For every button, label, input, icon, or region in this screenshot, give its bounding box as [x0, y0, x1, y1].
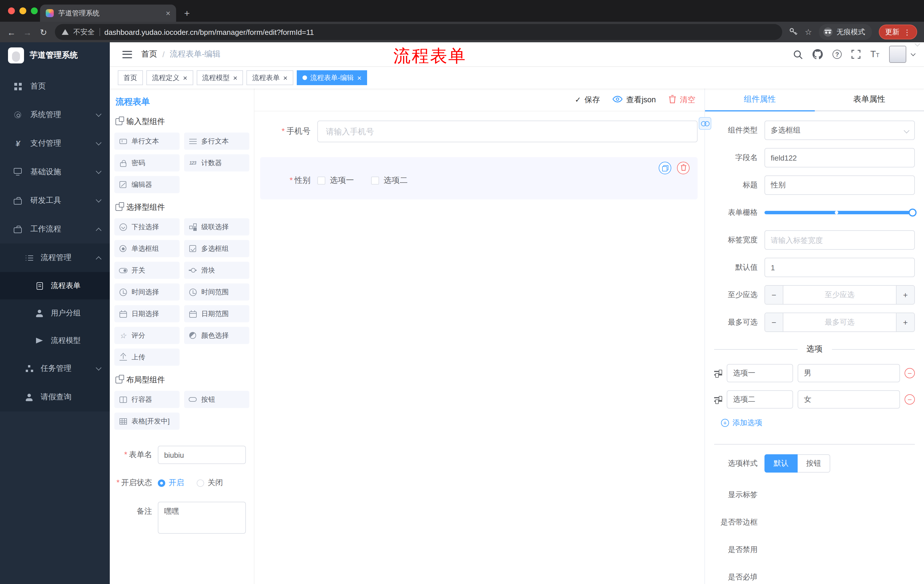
tag-process-form[interactable]: 流程表单 — [246, 70, 293, 85]
component-button[interactable]: 按钮 — [184, 391, 249, 408]
back-button[interactable] — [7, 28, 16, 36]
component-checkbox-group[interactable]: 多选框组 — [184, 240, 249, 257]
forward-button[interactable] — [23, 28, 32, 36]
remark-textarea[interactable]: 嘿嘿 — [158, 502, 246, 534]
tag-process-form-edit[interactable]: 流程表单-编辑 — [297, 70, 367, 85]
component-counter[interactable]: 计数器 — [184, 154, 249, 171]
new-tab-button[interactable] — [184, 8, 190, 18]
component-table[interactable]: 表格[开发中] — [114, 413, 180, 430]
clear-button[interactable]: 清空 — [668, 95, 695, 105]
slider-track[interactable] — [764, 211, 915, 214]
component-time-picker[interactable]: 时间选择 — [114, 283, 180, 301]
component-single-line-text[interactable]: 单行文本 — [114, 133, 180, 150]
github-icon[interactable] — [812, 49, 823, 59]
option2-label-input[interactable] — [727, 390, 793, 409]
component-type-value[interactable] — [764, 120, 915, 140]
close-icon[interactable] — [357, 74, 361, 81]
style-default-button[interactable]: 默认 — [764, 454, 798, 472]
component-switch[interactable]: 开关 — [114, 262, 180, 279]
component-cascader[interactable]: 级联选择 — [184, 218, 249, 235]
component-slider[interactable]: 滑块 — [184, 262, 249, 279]
close-icon[interactable] — [183, 74, 187, 81]
hamburger-menu-icon[interactable] — [122, 51, 132, 58]
bookmark-star-icon[interactable] — [805, 28, 812, 36]
add-option-button[interactable]: 添加选项 — [721, 418, 915, 428]
tab-form-properties[interactable]: 表单属性 — [815, 89, 924, 110]
minimize-window-button[interactable] — [20, 7, 26, 14]
address-bar[interactable]: 不安全 dashboard.yudao.iocoder.cn/bpm/manag… — [55, 24, 782, 40]
tab-component-properties[interactable]: 组件属性 — [705, 89, 815, 110]
decrease-button[interactable] — [765, 286, 783, 304]
remove-option-button[interactable] — [904, 394, 915, 405]
help-icon[interactable] — [833, 50, 842, 59]
sidebar-item-user-group[interactable]: 用户分组 — [0, 299, 110, 327]
component-upload[interactable]: 上传 — [114, 349, 180, 366]
option2-value-input[interactable] — [798, 390, 900, 409]
slider-handle[interactable] — [909, 209, 917, 217]
close-icon[interactable] — [283, 74, 287, 81]
drag-handle-icon[interactable] — [714, 370, 722, 377]
min-select-placeholder[interactable]: 至少应选 — [783, 286, 896, 304]
close-window-button[interactable] — [8, 7, 15, 14]
component-dropdown-select[interactable]: 下拉选择 — [114, 218, 180, 235]
browser-update-button[interactable]: 更新 — [879, 25, 917, 39]
form-grid-slider[interactable] — [764, 203, 915, 222]
label-width-input[interactable] — [764, 230, 915, 250]
drag-handle-icon[interactable] — [714, 396, 722, 403]
form-name-input[interactable] — [158, 446, 246, 464]
fullscreen-icon[interactable] — [851, 50, 861, 59]
close-icon[interactable] — [233, 74, 237, 81]
status-on-radio[interactable]: 开启 — [158, 478, 184, 488]
component-password[interactable]: 密码 — [114, 154, 180, 171]
sidebar-item-task-management[interactable]: 任务管理 — [0, 354, 110, 383]
decrease-button[interactable] — [765, 313, 783, 331]
tab-close-icon[interactable] — [166, 9, 170, 17]
phone-field[interactable]: 手机号 — [260, 120, 698, 142]
font-size-icon[interactable]: TT — [870, 50, 879, 59]
increase-button[interactable] — [896, 313, 914, 331]
component-rate[interactable]: 评分 — [114, 327, 180, 344]
component-radio-group[interactable]: 单选框组 — [114, 240, 180, 257]
option1-label-input[interactable] — [727, 364, 793, 382]
copy-widget-button[interactable] — [659, 162, 671, 174]
component-editor[interactable]: 编辑器 — [114, 176, 180, 193]
reload-button[interactable] — [39, 28, 48, 36]
gender-option2-checkbox[interactable]: 选项二 — [371, 175, 408, 186]
panel-link-handle[interactable] — [699, 117, 711, 130]
sidebar-item-payment-management[interactable]: 支付管理 — [0, 129, 110, 158]
sidebar-item-infrastructure[interactable]: 基础设施 — [0, 158, 110, 186]
field-name-input[interactable] — [764, 148, 915, 168]
title-input[interactable] — [764, 175, 915, 195]
default-value-input[interactable] — [764, 258, 915, 277]
sidebar-item-workflow[interactable]: 工作流程 — [0, 215, 110, 243]
status-off-radio[interactable]: 关闭 — [197, 478, 223, 488]
component-time-range[interactable]: 时间范围 — [184, 283, 249, 301]
max-select-placeholder[interactable]: 最多可选 — [783, 313, 896, 331]
avatar[interactable] — [889, 46, 906, 63]
sidebar-item-process-management[interactable]: 流程管理 — [0, 243, 110, 272]
increase-button[interactable] — [896, 286, 914, 304]
sidebar-item-dev-tools[interactable]: 研发工具 — [0, 186, 110, 215]
view-json-button[interactable]: 查看json — [612, 95, 656, 105]
tag-process-model[interactable]: 流程模型 — [196, 70, 243, 85]
search-icon[interactable] — [793, 49, 803, 59]
remove-option-button[interactable] — [904, 368, 915, 378]
gender-widget-selected[interactable]: 性别 选项一 选项二 — [260, 157, 698, 199]
gender-option1-checkbox[interactable]: 选项一 — [317, 175, 354, 186]
component-date-picker[interactable]: 日期选择 — [114, 305, 180, 322]
sidebar-item-system-management[interactable]: 系统管理 — [0, 100, 110, 129]
option1-value-input[interactable] — [798, 364, 900, 382]
delete-widget-button[interactable] — [677, 162, 690, 174]
component-type-select[interactable] — [764, 120, 915, 140]
checkbox-icon[interactable] — [317, 176, 325, 184]
browser-menu-icon[interactable] — [903, 28, 911, 36]
phone-input[interactable] — [317, 120, 698, 142]
password-key-icon[interactable] — [789, 27, 798, 37]
browser-tab[interactable]: 芋道管理系统 — [40, 5, 176, 22]
tag-home[interactable]: 首页 — [118, 70, 143, 85]
component-multi-line-text[interactable]: 多行文本 — [184, 133, 249, 150]
sidebar-item-process-form[interactable]: 流程表单 — [0, 272, 110, 299]
save-button[interactable]: 保存 — [575, 95, 600, 105]
sidebar-item-home[interactable]: 首页 — [0, 72, 110, 100]
component-row-container[interactable]: 行容器 — [114, 391, 180, 408]
